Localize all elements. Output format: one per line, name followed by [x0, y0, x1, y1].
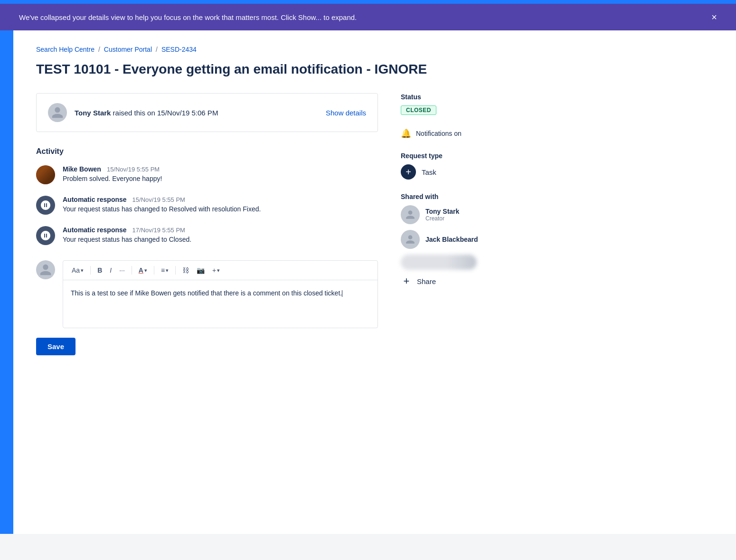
auto-response-avatar-2 [36, 226, 55, 245]
activity-item: Automatic response 17/Nov/19 5:55 PM You… [36, 226, 378, 245]
activity-header: Mike Bowen 15/Nov/19 5:55 PM [63, 165, 162, 173]
activity-name: Automatic response [63, 196, 127, 203]
toolbar-separator [90, 266, 91, 275]
text-cursor [342, 290, 342, 297]
activity-body: Automatic response 15/Nov/19 5:55 PM You… [63, 196, 261, 215]
main-column: Tony Stark raised this on 15/Nov/19 5:06… [36, 93, 378, 355]
save-button-row: Save [36, 338, 378, 355]
link-button[interactable]: ⛓ [179, 265, 192, 276]
request-type-label: Request type [401, 152, 515, 160]
notifications-label: Notifications on [416, 130, 462, 137]
raised-left: Tony Stark raised this on 15/Nov/19 5:06… [48, 103, 218, 122]
italic-button[interactable]: I [107, 265, 114, 276]
text-style-label: Aa [72, 266, 80, 274]
more2-button[interactable]: + ▾ [209, 265, 223, 276]
tony-stark-role: Creator [425, 215, 459, 222]
breadcrumb-search-help[interactable]: Search Help Centre [36, 46, 94, 53]
activity-header: Automatic response 17/Nov/19 5:55 PM [63, 226, 191, 234]
more2-chevron: ▾ [217, 267, 220, 274]
status-badge: CLOSED [401, 105, 436, 115]
toolbar-separator-2 [132, 266, 132, 275]
sidebar-column: Status CLOSED 🔔 Notifications on Request… [401, 93, 515, 355]
breadcrumb-customer-portal[interactable]: Customer Portal [104, 46, 152, 53]
current-user-avatar [36, 260, 55, 279]
content-area: Search Help Centre / Customer Portal / S… [13, 30, 736, 534]
activity-name: Automatic response [63, 226, 127, 234]
raiser-name: Tony Stark [75, 109, 111, 117]
banner-message: We've collapsed your details view to hel… [19, 13, 357, 21]
status-label: Status [401, 93, 515, 101]
shared-user-jack: Jack Blackbeard [401, 230, 515, 249]
list-button[interactable]: ≡ ▾ [158, 265, 171, 276]
tony-stark-shared-avatar [401, 205, 420, 224]
text-color-label: A [139, 266, 143, 274]
activity-time: 15/Nov/19 5:55 PM [132, 196, 185, 203]
blurred-shared-user [401, 255, 477, 270]
status-section: Status CLOSED [401, 93, 515, 115]
request-type-section: Request type + Task [401, 152, 515, 180]
comment-editor[interactable]: Aa ▾ B I ··· A ▾ [63, 260, 378, 328]
activity-message: Your request status has changed to Resol… [63, 205, 261, 213]
activity-item: Mike Bowen 15/Nov/19 5:55 PM Problem sol… [36, 165, 378, 184]
show-details-link[interactable]: Show details [326, 109, 366, 117]
text-style-chevron: ▾ [81, 267, 84, 274]
image-button[interactable]: 📷 [194, 265, 208, 276]
more2-label: + [212, 266, 216, 274]
shared-with-label: Shared with [401, 193, 515, 200]
jack-blackbeard-avatar [401, 230, 420, 249]
link-icon: ⛓ [182, 266, 189, 274]
text-style-button[interactable]: Aa ▾ [69, 265, 86, 276]
editor-body[interactable]: This is a test to see if Mike Bowen gets… [63, 280, 377, 328]
more-button[interactable]: ··· [116, 265, 128, 276]
request-type-value: Task [422, 168, 436, 176]
bold-button[interactable]: B [94, 265, 105, 276]
notifications-toggle[interactable]: 🔔 Notifications on [401, 128, 515, 139]
raised-description: raised this on 15/Nov/19 5:06 PM [113, 109, 218, 117]
page-title: TEST 10101 - Everyone getting an email n… [36, 61, 713, 78]
shared-with-section: Shared with Tony Stark Creator [401, 193, 515, 287]
two-col-layout: Tony Stark raised this on 15/Nov/19 5:06… [36, 93, 713, 355]
share-label: Share [417, 277, 436, 285]
activity-label: Activity [36, 147, 378, 156]
activity-name: Mike Bowen [63, 165, 101, 173]
text-color-chevron: ▾ [144, 267, 147, 274]
tony-stark-info: Tony Stark Creator [425, 208, 459, 222]
editor-content: This is a test to see if Mike Bowen gets… [71, 289, 342, 297]
banner-close-button[interactable]: × [711, 12, 717, 22]
activity-body: Automatic response 17/Nov/19 5:55 PM You… [63, 226, 191, 245]
breadcrumb: Search Help Centre / Customer Portal / S… [36, 46, 713, 53]
toolbar-separator-4 [175, 266, 176, 275]
list-chevron: ▾ [166, 267, 169, 274]
info-banner: We've collapsed your details view to hel… [0, 4, 736, 30]
activity-time: 17/Nov/19 5:55 PM [132, 227, 185, 234]
activity-header: Automatic response 15/Nov/19 5:55 PM [63, 196, 261, 203]
activity-list: Mike Bowen 15/Nov/19 5:55 PM Problem sol… [36, 165, 378, 245]
text-color-button[interactable]: A ▾ [136, 265, 150, 276]
breadcrumb-sep-1: / [98, 46, 100, 53]
top-blue-bar [0, 0, 736, 4]
toolbar-separator-3 [154, 266, 154, 275]
bell-icon: 🔔 [401, 128, 411, 139]
comment-editor-row: Aa ▾ B I ··· A ▾ [36, 260, 378, 328]
mike-bowen-avatar [36, 165, 55, 184]
save-button[interactable]: Save [36, 338, 75, 355]
request-type-row: + Task [401, 164, 515, 180]
share-row[interactable]: + Share [401, 275, 515, 287]
activity-message: Your request status has changed to Close… [63, 236, 191, 243]
main-wrapper: Search Help Centre / Customer Portal / S… [0, 30, 736, 534]
shared-user-tony: Tony Stark Creator [401, 205, 515, 224]
activity-item: Automatic response 15/Nov/19 5:55 PM You… [36, 196, 378, 215]
activity-message: Problem solved. Everyone happy! [63, 175, 162, 182]
raised-by-text: Tony Stark raised this on 15/Nov/19 5:06… [75, 109, 218, 117]
image-icon: 📷 [197, 266, 205, 274]
jack-blackbeard-name: Jack Blackbeard [425, 236, 478, 243]
activity-time: 15/Nov/19 5:55 PM [107, 166, 160, 173]
jack-blackbeard-info: Jack Blackbeard [425, 236, 478, 243]
editor-toolbar: Aa ▾ B I ··· A ▾ [63, 261, 377, 280]
list-icon: ≡ [161, 266, 165, 274]
notifications-section: 🔔 Notifications on [401, 128, 515, 139]
auto-response-avatar [36, 196, 55, 215]
breadcrumb-ticket-id[interactable]: SESD-2434 [161, 46, 197, 53]
breadcrumb-sep-2: / [156, 46, 158, 53]
activity-body: Mike Bowen 15/Nov/19 5:55 PM Problem sol… [63, 165, 162, 184]
